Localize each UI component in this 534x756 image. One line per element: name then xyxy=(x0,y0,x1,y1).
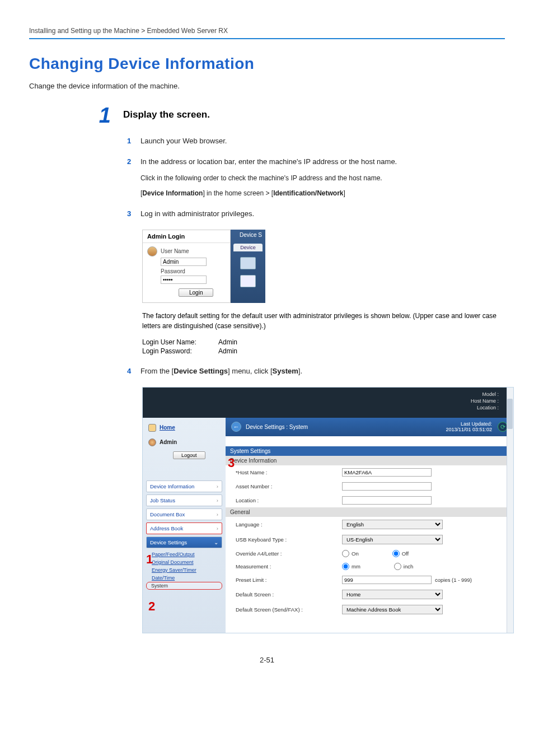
fax-icon xyxy=(240,275,256,287)
password-label: Password xyxy=(161,268,226,274)
login-username-key: Login User Name: xyxy=(142,338,208,346)
sidebar-document-box[interactable]: Document Box› xyxy=(146,508,222,520)
sidebar-sub-paper-feed-output[interactable]: Paper/Feed/Output xyxy=(146,550,222,558)
default-screen-sendfax-select[interactable]: Machine Address Book xyxy=(342,605,443,614)
callout-3: 3 xyxy=(228,456,235,470)
login-password-val: Admin xyxy=(218,347,237,355)
login-password-key: Login Password: xyxy=(142,347,208,355)
sidebar-address-book[interactable]: Address Book› xyxy=(146,522,222,534)
default-screen-sendfax-label: Default Screen (Send/FAX) : xyxy=(236,606,342,613)
back-icon[interactable]: ← xyxy=(231,422,241,432)
section-system-settings: System Settings xyxy=(226,446,513,456)
substep-num-3: 3 xyxy=(127,209,134,220)
language-select[interactable]: English xyxy=(342,520,443,529)
preset-limit-label: Preset Limit : xyxy=(236,577,342,583)
chevron-right-icon: › xyxy=(217,497,218,503)
login-button[interactable]: Login xyxy=(179,288,213,297)
home-icon xyxy=(148,424,156,432)
admin-login-screenshot: Admin Login User Name Password Login Dev… xyxy=(142,230,505,303)
user-icon xyxy=(147,246,157,256)
factory-default-note: The factory default setting for the defa… xyxy=(142,311,505,332)
top-hostname-label: Host Name : xyxy=(143,398,499,404)
callout-1: 1 xyxy=(146,552,153,567)
login-username-val: Admin xyxy=(218,338,237,346)
preset-limit-input[interactable] xyxy=(342,576,432,584)
sidebar-device-information[interactable]: Device Information› xyxy=(146,480,222,492)
subsection-device-information: Device Information xyxy=(226,456,513,465)
chevron-down-icon: ⌄ xyxy=(214,539,218,545)
sidebar-sub-date-time[interactable]: Date/Time xyxy=(146,574,222,582)
hostname-input[interactable] xyxy=(342,468,432,477)
admin-login-header: Admin Login xyxy=(143,230,230,243)
sidebar-device-settings[interactable]: Device Settings⌄ xyxy=(146,536,222,548)
sidebar-admin: Admin xyxy=(146,437,222,448)
last-updated-label: Last Updated: xyxy=(446,421,492,427)
device-settings-screenshot: 1 2 3 Model : Host Name : Location : Hom… xyxy=(142,387,514,633)
measurement-mm-radio[interactable]: mm xyxy=(342,563,360,570)
callout-2: 2 xyxy=(148,599,155,614)
top-location-label: Location : xyxy=(143,404,499,411)
language-label: Language : xyxy=(236,521,342,528)
asset-number-input[interactable] xyxy=(342,482,432,491)
subsection-general: General xyxy=(226,507,513,517)
default-screen-select[interactable]: Home xyxy=(342,590,443,599)
substep-num-2: 2 xyxy=(127,157,134,199)
preset-limit-hint: copies (1 - 999) xyxy=(435,577,472,583)
step-title-1: Display the screen. xyxy=(123,105,210,120)
override-a4-letter-label: Override A4/Letter : xyxy=(236,550,342,557)
substep-text-3: Log in with administrator privileges. xyxy=(140,209,505,220)
scrollbar[interactable] xyxy=(507,388,513,633)
measurement-label: Measurement : xyxy=(236,563,342,570)
page-title: Changing Device Information xyxy=(29,55,505,73)
sidebar-home[interactable]: Home xyxy=(146,422,222,433)
override-off-radio[interactable]: Off xyxy=(392,550,409,557)
substep-text-2: In the address or location bar, enter th… xyxy=(140,157,505,167)
asset-number-label: Asset Number : xyxy=(236,483,342,489)
sidebar-sub-system[interactable]: System xyxy=(146,582,222,590)
override-on-radio[interactable]: On xyxy=(342,550,359,557)
hostname-label: *Host Name : xyxy=(236,469,342,475)
intro-text: Change the device information of the mac… xyxy=(29,82,505,90)
scroll-thumb[interactable] xyxy=(507,399,513,429)
sidebar-sub-energy-saver-timer[interactable]: Energy Saver/Timer xyxy=(146,566,222,574)
chevron-right-icon: › xyxy=(217,525,218,531)
login-right-tab: Device xyxy=(233,244,263,251)
location-label: Location : xyxy=(236,497,342,503)
substep-text-4: From the [Device Settings] menu, click [… xyxy=(140,366,505,377)
breadcrumb: Installing and Setting up the Machine > … xyxy=(29,27,505,35)
device-icon xyxy=(240,257,256,269)
sidebar-sub-original-document[interactable]: Original Document xyxy=(146,558,222,566)
username-label: User Name xyxy=(161,248,189,254)
admin-user-icon xyxy=(148,438,156,446)
main-title: Device Settings : System xyxy=(246,424,308,430)
divider xyxy=(29,38,505,39)
chevron-right-icon: › xyxy=(217,511,218,517)
location-input[interactable] xyxy=(342,496,432,505)
top-model-label: Model : xyxy=(143,391,499,398)
substep-num-1: 1 xyxy=(127,136,134,147)
substep-note-2b: [Device Information] in the home screen … xyxy=(140,189,505,198)
substep-num-4: 4 xyxy=(127,366,134,377)
chevron-right-icon: › xyxy=(217,483,218,489)
password-input[interactable] xyxy=(161,276,207,284)
last-updated-value: 2013/11/01 03:51:02 xyxy=(446,427,492,433)
step-number-1: 1 xyxy=(95,105,111,126)
usb-keyboard-label: USB Keyboard Type : xyxy=(236,536,342,543)
usb-keyboard-select[interactable]: US-English xyxy=(342,535,443,544)
page-number: 2-51 xyxy=(29,656,505,664)
substep-note-2a: Click in the following order to check th… xyxy=(140,173,505,184)
username-input[interactable] xyxy=(161,258,207,266)
measurement-inch-radio[interactable]: inch xyxy=(394,563,413,570)
default-screen-label: Default Screen : xyxy=(236,591,342,598)
substep-text-1: Launch your Web browser. xyxy=(140,136,505,147)
logout-button[interactable]: Logout xyxy=(173,451,205,459)
login-right-header: Device S xyxy=(240,232,265,238)
sidebar-job-status[interactable]: Job Status› xyxy=(146,494,222,506)
